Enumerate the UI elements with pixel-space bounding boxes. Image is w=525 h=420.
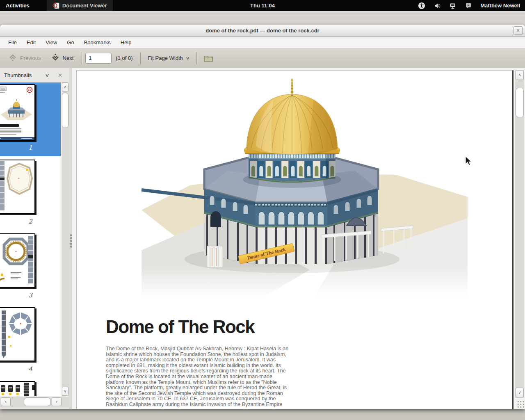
chevron-down-icon xyxy=(51,53,60,63)
thumbnail-page-5[interactable] xyxy=(0,379,61,396)
thumbnail-image-4 xyxy=(0,307,35,361)
system-status-area: Matthew Newell xyxy=(418,0,525,11)
thumbnail-list: 1 xyxy=(0,82,62,396)
current-app-indicator[interactable]: Document Viewer xyxy=(47,0,113,11)
menubar: File Edit View Go Bookmarks Help xyxy=(0,37,525,48)
gnome-top-bar: Activities Document Viewer Thu 11:04 xyxy=(0,0,525,11)
menu-bookmarks[interactable]: Bookmarks xyxy=(79,37,116,48)
sidebar-title: Thumbnails xyxy=(4,72,32,78)
body-line: completed in 691, making it the oldest e… xyxy=(106,363,291,369)
sidebar: Thumbnails ∨ ✕ xyxy=(0,68,69,409)
toolbar-separator xyxy=(196,52,197,64)
thumbnail-image-2 xyxy=(0,160,35,214)
window-titlebar[interactable]: dome of the rock.pdf — dome of the rock.… xyxy=(0,25,525,37)
body-line: Sanctuary". The platform, greatly enlarg… xyxy=(106,385,291,391)
next-page-button[interactable]: Next xyxy=(46,51,79,65)
thumbnail-page-4[interactable]: 4 xyxy=(0,306,61,379)
menu-edit[interactable]: Edit xyxy=(22,37,41,48)
window-title: dome of the rock.pdf — dome of the rock.… xyxy=(205,27,319,34)
thumbnail-label: 3 xyxy=(0,292,61,299)
menu-help[interactable]: Help xyxy=(116,37,137,48)
toolbar-separator xyxy=(140,52,141,64)
pane-divider[interactable] xyxy=(69,68,72,409)
main-vertical-scrollbar[interactable]: ∧ ∨ xyxy=(515,70,524,398)
page-count: (1 of 8) xyxy=(116,55,132,61)
folder-icon xyxy=(203,54,214,63)
document-view[interactable]: Dome of The Rock Dome of The Rock The Do… xyxy=(72,68,525,409)
body-text: The Dome of the Rock, Masjid Qubbat As-S… xyxy=(106,346,291,408)
content-area: Thumbnails ∨ ✕ xyxy=(0,68,525,409)
zoom-mode-label: Fit Page Width xyxy=(148,55,183,61)
body-line: and is a major landmark located on the T… xyxy=(106,357,291,363)
scrollbar-thumb[interactable] xyxy=(62,93,68,128)
thumbnail-image-1 xyxy=(0,84,35,141)
display-icon[interactable] xyxy=(449,2,457,9)
body-line: the site of the Second Jewish Temple whi… xyxy=(106,391,291,397)
toolbar: Previous Next (1 of 8) Fit Page Width ∨ xyxy=(0,48,525,68)
window-resize-grip[interactable] xyxy=(516,399,524,408)
scroll-right-button[interactable]: › xyxy=(52,397,62,406)
menu-go[interactable]: Go xyxy=(62,37,79,48)
chevron-down-icon[interactable]: ∨ xyxy=(45,73,50,78)
body-line: Dome of the Rock is located at the visua… xyxy=(106,374,291,380)
pane-grip-handle[interactable] xyxy=(70,234,72,248)
thumbnail-label: 4 xyxy=(0,365,61,373)
desktop: Download Patterns – Mozilla Firefox × ✕ … xyxy=(0,0,525,420)
thumbnail-image-5 xyxy=(0,381,35,396)
thumbnail-page-2[interactable]: 2 xyxy=(0,158,61,232)
toolbar-separator xyxy=(82,52,82,64)
thumbnail-page-1[interactable]: 1 xyxy=(0,82,61,156)
sidebar-horizontal-scrollbar[interactable]: ‹ › xyxy=(0,397,69,407)
thumbnail-image-3 xyxy=(0,233,35,288)
thumbnail-label: 2 xyxy=(0,218,61,225)
pdf-page: Dome of The Rock Dome of The Rock The Do… xyxy=(76,70,514,409)
current-app-name: Document Viewer xyxy=(62,2,107,9)
scrollbar-thumb[interactable] xyxy=(24,397,51,406)
document-viewer-window: dome of the rock.pdf — dome of the rock.… xyxy=(0,25,525,409)
body-line: Rashidun Caliphate army during the Islam… xyxy=(106,402,291,408)
page-number-input[interactable] xyxy=(85,53,112,64)
sidebar-vertical-scrollbar[interactable]: ∧ ∨ xyxy=(62,82,69,396)
scroll-down-button[interactable]: ∨ xyxy=(516,388,524,397)
chevron-down-icon: ∨ xyxy=(185,56,189,60)
volume-icon[interactable] xyxy=(434,2,441,9)
scroll-left-button[interactable]: ‹ xyxy=(1,397,11,406)
menu-file[interactable]: File xyxy=(3,37,22,48)
scroll-up-button[interactable]: ∧ xyxy=(62,82,68,91)
body-line: The Dome of the Rock, Masjid Qubbat As-S… xyxy=(106,346,291,352)
body-line: platform known as the Temple Mount, whic… xyxy=(106,380,291,386)
next-label: Next xyxy=(63,55,74,61)
document-heading: Dome of The Rock xyxy=(106,317,254,337)
document-viewer-app-icon xyxy=(52,2,60,9)
menu-view[interactable]: View xyxy=(41,37,62,48)
open-folder-button[interactable] xyxy=(201,51,217,65)
body-line: significance stems from the religious be… xyxy=(106,368,291,374)
accessibility-icon[interactable] xyxy=(418,2,425,9)
chat-status-icon[interactable] xyxy=(465,2,472,9)
chevron-up-icon xyxy=(8,53,17,63)
window-close-button[interactable]: × xyxy=(514,26,523,35)
thumbnail-label: 1 xyxy=(0,144,61,151)
body-line: Siege of Jerusalem in 70 CE. In 637 CE, … xyxy=(106,396,291,402)
mouse-cursor xyxy=(465,156,472,167)
scrollbar-thumb[interactable] xyxy=(516,88,524,117)
dome-illustration: Dome of The Rock xyxy=(142,74,468,297)
user-menu[interactable]: Matthew Newell xyxy=(480,2,520,9)
sidebar-close-icon[interactable]: ✕ xyxy=(58,72,62,78)
scroll-down-button[interactable]: ∨ xyxy=(62,387,68,396)
sidebar-header[interactable]: Thumbnails ∨ ✕ xyxy=(0,68,69,82)
activities-button[interactable]: Activities xyxy=(0,0,35,11)
previous-label: Previous xyxy=(20,55,41,61)
thumbnail-page-3[interactable]: 3 xyxy=(0,232,61,306)
body-line: Islamic shrine which houses the Foundati… xyxy=(106,352,291,358)
zoom-mode-dropdown[interactable]: Fit Page Width ∨ xyxy=(144,55,194,61)
scroll-up-button[interactable]: ∧ xyxy=(516,70,524,80)
previous-page-button[interactable]: Previous xyxy=(3,51,46,65)
